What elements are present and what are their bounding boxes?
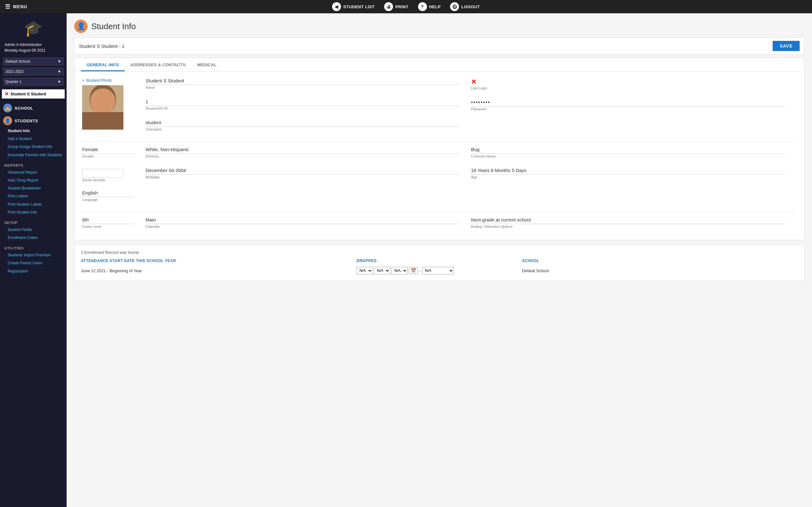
sidebar-students-section[interactable]: 👤 STUDENTS	[0, 114, 67, 126]
svg-rect-4	[103, 104, 109, 108]
rolling-label: Rolling / Retention Options	[471, 225, 785, 228]
calendar-field-group: Main Calendar	[146, 217, 465, 233]
student-photo	[82, 85, 123, 130]
dash-separator: -	[419, 268, 420, 273]
quarter-dropdown[interactable]: Quarter 1 ▼	[3, 78, 63, 86]
sidebar-item-advanced-report[interactable]: Advanced Report	[4, 169, 67, 176]
name-label: Name	[146, 86, 460, 89]
password-value: ••••••••	[471, 100, 785, 107]
dropped-day-select[interactable]: N/A	[374, 267, 390, 274]
grad-cap-icon: 🎓	[22, 19, 44, 38]
students-icon: 👤	[3, 116, 12, 125]
sidebar-item-add-student[interactable]: Add a Student	[4, 135, 67, 143]
birthdate-value: December 04 2004	[146, 168, 460, 175]
save-button[interactable]: SAVE	[773, 41, 800, 51]
gender-value: Female	[82, 147, 134, 154]
school-dropdown-label: Default School	[5, 59, 30, 64]
admin-name: Admin A Administrator	[4, 42, 62, 48]
svg-rect-0	[82, 85, 123, 130]
ethnicity-birthdate-section: White, Non-Hispanic Ethnicity December 0…	[146, 147, 471, 187]
dropped-year-select[interactable]: N/A	[392, 267, 408, 274]
school-section-label: SCHOOL	[14, 106, 33, 111]
sidebar-item-add-drop-report[interactable]: Add / Drop Report	[4, 176, 67, 184]
common-name-value: Bug	[471, 147, 785, 154]
language-field-group: English Language	[82, 190, 139, 207]
sidebar-item-student-breakdown[interactable]: Student Breakdown	[4, 184, 67, 192]
last-login-label: Last Login	[471, 86, 785, 90]
ethnicity-label: Ethnicity	[146, 154, 460, 158]
photo-section: + Student Photo	[82, 78, 146, 136]
sidebar-item-associate-parents[interactable]: Associate Parents with Students	[4, 151, 67, 159]
sidebar-item-enrollment-codes[interactable]: Enrollment Codes	[4, 234, 67, 242]
sidebar-item-print-student-labels[interactable]: Print Student Labels	[4, 201, 67, 209]
divider-1	[82, 141, 797, 142]
active-student[interactable]: ✕ Student S Student	[2, 89, 65, 99]
sidebar-item-registration[interactable]: Registration	[4, 268, 67, 275]
student-list-icon: ◀	[332, 2, 341, 11]
last-login-x-icon: ✕	[471, 78, 476, 85]
sidebar-item-student-info[interactable]: Student Info	[4, 127, 67, 135]
attendance-start-header: ATTENDANCE START DATE THIS SCHOOL YEAR	[81, 259, 357, 263]
dropped-month-select[interactable]: N/A	[357, 267, 373, 274]
year-dropdown[interactable]: 2021-2022 ▼	[3, 68, 63, 75]
help-nav[interactable]: ? HELP	[418, 2, 441, 11]
tab-medical[interactable]: MEDICAL	[191, 58, 222, 71]
gender-label: Gender	[82, 154, 134, 158]
remove-student-icon[interactable]: ✕	[4, 91, 9, 97]
sidebar-item-students-import[interactable]: Students Import Premium	[4, 251, 67, 259]
login-pass-section: ✕ Last Login •••••••• Password	[471, 78, 797, 136]
page-title: Student Info	[91, 21, 136, 32]
sidebar-school-section[interactable]: 🏫 SCHOOL	[0, 101, 67, 114]
dropped-type-select[interactable]: N/A	[422, 267, 454, 274]
grade-section: 6th Grade Level	[82, 217, 146, 233]
admin-date: Monday August 09 2021	[4, 48, 62, 53]
reports-submenu: Advanced Report Add / Drop Report Studen…	[0, 168, 67, 218]
rosario-id-label: RosarioSIS ID	[146, 107, 460, 110]
help-label: HELP	[429, 4, 441, 9]
name-field-group: Student S Student Name	[146, 78, 465, 95]
logout-nav[interactable]: ⏻ LOGOUT	[450, 2, 480, 11]
social-security-input[interactable]	[82, 169, 123, 178]
tab-addresses-contacts[interactable]: ADDRESSES & CONTACTS	[125, 58, 192, 71]
sidebar-item-print-student-info[interactable]: Print Student Info	[4, 209, 67, 216]
main-content: 👤 Student Info Student S Student - 1 SAV…	[67, 13, 812, 507]
student-title-bar: Student S Student - 1 SAVE	[74, 38, 804, 55]
tabs-container: GENERAL INFO ADDRESSES & CONTACTS MEDICA…	[74, 58, 804, 240]
username-label: Username	[146, 127, 460, 131]
grade-field-group: 6th Grade Level	[82, 217, 139, 233]
calendar-button[interactable]: 📅	[409, 267, 418, 274]
grade-value: 6th	[82, 217, 134, 224]
student-list-nav[interactable]: ◀ STUDENT LIST	[332, 2, 374, 11]
school-dropdown[interactable]: Default School ▼	[3, 58, 63, 65]
id-field-group: 1 RosarioSIS ID	[146, 99, 465, 115]
print-nav[interactable]: 🖨 PRINT	[384, 2, 409, 11]
menu-button[interactable]: ☰ MENU	[5, 3, 27, 10]
enrollment-table-row: June 12 2021 - Beginning of Year N/A N/A…	[81, 266, 798, 276]
gender-ss-section: Female Gender Social Security	[82, 147, 146, 187]
sidebar-item-create-parent-users[interactable]: Create Parent Users	[4, 259, 67, 267]
dropped-header: DROPPED	[357, 259, 522, 263]
topbar: ☰ MENU ◀ STUDENT LIST 🖨 PRINT ? HELP ⏻ L…	[0, 0, 812, 13]
username-field-group: student Username	[146, 120, 465, 136]
hamburger-icon: ☰	[5, 3, 10, 10]
quarter-dropdown-arrow: ▼	[57, 79, 61, 84]
sidebar-item-print-letters[interactable]: Print Letters	[4, 192, 67, 200]
student-submenu: Student Info Add a Student Group Assign …	[0, 126, 67, 161]
school-col-header: SCHOOL	[522, 259, 798, 263]
dropped-controls: N/A N/A N/A 📅 - N/A	[357, 266, 522, 276]
sidebar-item-student-fields[interactable]: Student Fields	[4, 226, 67, 234]
quarter-dropdown-label: Quarter 1	[5, 79, 21, 84]
svg-point-2	[92, 92, 113, 116]
enrollment-school-name: Default School	[522, 267, 798, 274]
divider-2	[82, 212, 797, 212]
common-name-field-group: Bug Common Name	[471, 147, 790, 163]
print-label: PRINT	[395, 4, 409, 9]
sidebar-item-group-assign[interactable]: Group Assign Student Info	[4, 143, 67, 151]
add-photo-link[interactable]: + Student Photo	[82, 78, 112, 83]
year-dropdown-label: 2021-2022	[5, 69, 23, 74]
common-name-label: Common Name	[471, 154, 785, 158]
gender-field-group: Female Gender	[82, 147, 139, 163]
birthdate-field-group: December 04 2004 Birthdate	[146, 168, 465, 184]
tab-general-info[interactable]: GENERAL INFO	[81, 58, 125, 71]
age-value: 16 Years 8 Months 5 Days	[471, 168, 785, 175]
